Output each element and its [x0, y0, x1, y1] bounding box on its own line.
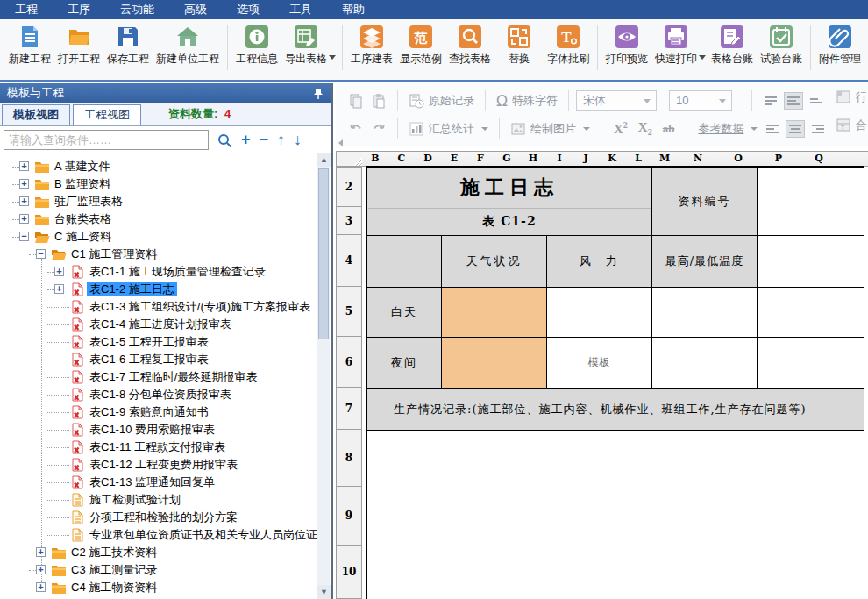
tree-item-label[interactable]: B 监理资料 — [52, 176, 113, 191]
scroll-up-arrow[interactable]: ▲ — [317, 153, 331, 167]
tree-item-label[interactable]: 驻厂监理表格 — [52, 194, 125, 209]
undo-button[interactable] — [345, 119, 367, 139]
menu-item-1[interactable]: 工序 — [53, 0, 105, 19]
clipped-button-row2[interactable]: T 合 — [836, 118, 867, 133]
tree-item-label[interactable]: 表C1-3 施工组织设计/(专项)施工方案报审表 — [87, 299, 313, 314]
cell-form-title[interactable]: 施工日志 表 C1-2 — [366, 167, 652, 236]
cell-night-wind[interactable]: 模板 — [546, 337, 652, 389]
column-header-N[interactable]: N — [678, 151, 719, 167]
scroll-thumb[interactable] — [318, 168, 329, 339]
align-middle-button[interactable] — [784, 92, 803, 110]
copy-button[interactable] — [345, 91, 367, 111]
tree-item-label[interactable]: 表C1-12 工程变更费用报审表 — [87, 457, 240, 472]
row-header-7[interactable]: 7 — [336, 388, 362, 430]
tree-item-3[interactable]: +台账类表格 — [0, 210, 317, 228]
tree-item-label[interactable]: 表C1-9 索赔意向通知书 — [87, 404, 211, 419]
column-header-Q[interactable]: Q — [799, 151, 840, 167]
tree-expand-box[interactable]: + — [19, 214, 29, 224]
row-header-2[interactable]: 2 — [336, 167, 362, 207]
font-size-select[interactable]: 10 — [669, 90, 732, 111]
replace-button[interactable]: 替换 — [494, 23, 544, 68]
table-ledger-button[interactable]: 表格台账 — [708, 23, 757, 68]
column-header-I[interactable]: I — [546, 151, 573, 167]
row-header-8[interactable]: 8 — [336, 430, 362, 487]
tree-item-label[interactable]: 表C1-2 施工日志 — [87, 282, 177, 296]
tree-item-2[interactable]: +驻厂监理表格 — [0, 193, 317, 210]
row-header-4[interactable]: 4 — [336, 235, 362, 287]
cell-temp-label[interactable]: 最高/最低温度 — [651, 235, 758, 288]
cell-weather-label[interactable]: 天气状况 — [441, 235, 547, 288]
search-icon[interactable] — [217, 132, 232, 148]
draw-picture-button[interactable]: 绘制图片 — [507, 119, 594, 139]
tree-item-15[interactable]: 表C1-10 费用索赔报审表 — [0, 421, 317, 439]
column-header-H[interactable]: H — [520, 151, 547, 167]
cell-production-record[interactable]: 生产情况记录:(施工部位、施工内容、机械作业、班组工作,生产存在问题等) — [366, 388, 864, 431]
reference-data-button[interactable]: 参考数据 — [694, 119, 761, 139]
tree-item-label[interactable]: 施工检测试验计划 — [87, 492, 183, 507]
menu-item-0[interactable]: 工程 — [0, 0, 53, 19]
tree-item-0[interactable]: +A 基建文件 — [0, 158, 317, 175]
column-header-partial[interactable] — [839, 151, 868, 167]
tree-item-10[interactable]: 表C1-5 工程开工报审表 — [0, 333, 317, 351]
cell-wind-label[interactable]: 风 力 — [546, 235, 652, 288]
project-info-button[interactable]: 工程信息 — [232, 23, 281, 68]
tree-item-label[interactable]: 专业承包单位资质证书及相关专业人员岗位证书 — [87, 527, 317, 542]
menu-item-5[interactable]: 工具 — [274, 0, 327, 19]
tree-item-label[interactable]: 表C1-4 施工进度计划报审表 — [87, 317, 234, 332]
tree-item-label[interactable]: 表C1-8 分包单位资质报审表 — [87, 387, 234, 402]
tree-item-4[interactable]: −C 施工资料 — [0, 228, 317, 246]
find-table-button[interactable]: 查找表格 — [445, 23, 494, 68]
tree-expand-box[interactable]: + — [54, 284, 64, 294]
attachment-manager-button[interactable]: 附件管理 — [815, 23, 864, 68]
prev-result-icon[interactable]: ↑ — [277, 130, 285, 150]
row-header-9[interactable]: 9 — [336, 487, 362, 546]
row-header-6[interactable]: 6 — [336, 337, 362, 388]
tree-item-21[interactable]: 专业承包单位资质证书及相关专业人员岗位证书 — [0, 526, 317, 544]
tree-item-7[interactable]: +表C1-2 施工日志 — [0, 281, 317, 298]
pin-icon[interactable] — [312, 87, 324, 99]
collapse-all-icon[interactable]: − — [260, 130, 269, 150]
tree-item-label[interactable]: C 施工资料 — [52, 229, 114, 244]
font-name-select[interactable]: 宋体 — [576, 90, 657, 111]
column-header-E[interactable]: E — [441, 151, 468, 167]
tree-item-label[interactable]: 表C1-5 工程开工报审表 — [87, 334, 211, 349]
tree-expand-box[interactable]: + — [19, 179, 29, 189]
subscript-button[interactable]: X2 — [633, 120, 658, 137]
cell-r6-right[interactable] — [757, 337, 864, 389]
column-header-P[interactable]: P — [758, 151, 800, 167]
column-header-F[interactable]: F — [467, 151, 494, 167]
menu-item-4[interactable]: 选项 — [222, 0, 274, 19]
tree-item-label[interactable]: 台账类表格 — [52, 211, 114, 226]
tree-item-label[interactable]: A 基建文件 — [52, 159, 113, 174]
new-project-button[interactable]: 新建工程 — [5, 23, 54, 68]
strikethrough-button[interactable]: ab — [658, 122, 680, 136]
menu-item-3[interactable]: 高级 — [169, 0, 222, 19]
cell-day-temp[interactable] — [651, 287, 758, 338]
search-input[interactable] — [4, 130, 209, 150]
tree-item-label[interactable]: C1 施工管理资料 — [68, 246, 160, 261]
cell-night-temp[interactable] — [651, 337, 758, 389]
row-header-10[interactable]: 10 — [336, 546, 362, 599]
tree-scrollbar[interactable]: ▲ ▼ — [317, 153, 330, 599]
column-header-M[interactable]: M — [651, 151, 679, 167]
cell-night-weather[interactable] — [441, 337, 547, 389]
redo-button[interactable] — [367, 119, 390, 139]
expand-all-icon[interactable]: + — [241, 130, 251, 150]
cell-day-weather[interactable] — [441, 287, 547, 338]
align-top-button[interactable] — [761, 92, 780, 110]
cell-night-label[interactable]: 夜间 — [366, 337, 442, 389]
tree-item-22[interactable]: +C2 施工技术资料 — [0, 544, 317, 561]
tree-item-18[interactable]: 表C1-13 监理通知回复单 — [0, 474, 317, 491]
column-header-B[interactable]: B — [362, 151, 389, 167]
tree-item-14[interactable]: 表C1-9 索赔意向通知书 — [0, 403, 317, 421]
tree-item-12[interactable]: 表C1-7 工程临时/最终延期报审表 — [0, 368, 317, 386]
tree-item-23[interactable]: +C3 施工测量记录 — [0, 561, 317, 579]
toolbar-collapse-handle[interactable] — [338, 139, 343, 146]
align-left-button[interactable] — [763, 120, 782, 138]
tree-item-13[interactable]: 表C1-8 分包单位资质报审表 — [0, 386, 317, 403]
row-header-3[interactable]: 3 — [336, 207, 362, 235]
tree-expand-box[interactable]: + — [36, 582, 46, 592]
sheet-corner-cell[interactable] — [336, 151, 363, 167]
tree-item-20[interactable]: 分项工程和检验批的划分方案 — [0, 509, 317, 526]
tree-collapse-box[interactable]: − — [36, 249, 46, 259]
